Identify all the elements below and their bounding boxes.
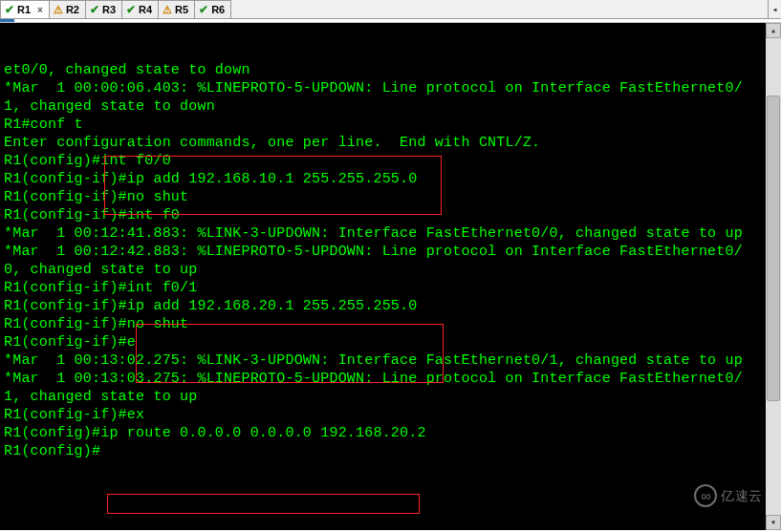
tab-r1[interactable]: ✔R1× bbox=[0, 0, 50, 18]
watermark-icon bbox=[694, 484, 717, 507]
terminal-line: R1(config-if)#ip add 192.168.10.1 255.25… bbox=[4, 170, 760, 188]
terminal-line: R1(config-if)#ex bbox=[4, 406, 760, 424]
terminal-line: *Mar 1 00:13:03.275: %LINEPROTO-5-UPDOWN… bbox=[4, 370, 760, 406]
tab-scroll-left[interactable]: ◂ bbox=[768, 0, 781, 18]
tab-label: R3 bbox=[102, 4, 116, 15]
scroll-track[interactable] bbox=[766, 38, 781, 515]
tab-bar: ✔R1×⚠R2✔R3✔R4⚠R5✔R6 ◂ bbox=[0, 0, 781, 19]
tab-label: R4 bbox=[139, 4, 152, 15]
terminal-line: R1(config-if)#no shut bbox=[4, 315, 760, 333]
tab-label: R1 bbox=[17, 4, 31, 15]
watermark: 亿速云 bbox=[694, 484, 762, 507]
warning-icon: ⚠ bbox=[163, 5, 172, 15]
scroll-up-button[interactable]: ▴ bbox=[766, 23, 781, 38]
highlight-box bbox=[107, 494, 420, 514]
terminal-line: R1(config-if)#int f0/1 bbox=[4, 279, 760, 297]
terminal-line: R1(config-if)#no shut bbox=[4, 188, 760, 206]
terminal-line: *Mar 1 00:12:41.883: %LINK-3-UPDOWN: Int… bbox=[4, 224, 760, 243]
terminal-line: R1(config-if)#e bbox=[4, 333, 760, 351]
terminal-line: Enter configuration commands, one per li… bbox=[4, 134, 760, 152]
close-icon[interactable]: × bbox=[37, 5, 43, 15]
terminal-line: R1(config-if)#ip add 192.168.20.1 255.25… bbox=[4, 297, 760, 315]
warning-icon: ⚠ bbox=[54, 5, 63, 15]
tab-label: R6 bbox=[211, 4, 225, 15]
scroll-down-button[interactable]: ▾ bbox=[766, 515, 781, 530]
terminal-line: *Mar 1 00:13:02.275: %LINK-3-UPDOWN: Int… bbox=[4, 351, 760, 370]
check-icon: ✔ bbox=[5, 4, 14, 15]
tab-label: R5 bbox=[175, 4, 188, 15]
tab-label: R2 bbox=[66, 4, 79, 15]
terminal-line: R1(config)#ip route 0.0.0.0 0.0.0.0 192.… bbox=[4, 424, 760, 442]
terminal-line: *Mar 1 00:00:06.403: %LINEPROTO-5-UPDOWN… bbox=[4, 79, 760, 116]
terminal-line: R1(config)# bbox=[4, 442, 760, 460]
check-icon: ✔ bbox=[90, 4, 99, 15]
scroll-thumb[interactable] bbox=[767, 96, 780, 401]
watermark-text: 亿速云 bbox=[721, 487, 762, 505]
terminal-line: *Mar 1 00:12:42.883: %LINEPROTO-5-UPDOWN… bbox=[4, 243, 760, 279]
terminal-line: et0/0, changed state to down bbox=[4, 61, 760, 79]
terminal-line: R1#conf t bbox=[4, 116, 760, 134]
tab-r3[interactable]: ✔R3 bbox=[85, 0, 122, 18]
terminal-content: et0/0, changed state to down*Mar 1 00:00… bbox=[4, 61, 777, 460]
check-icon: ✔ bbox=[199, 4, 208, 15]
tab-r5[interactable]: ⚠R5 bbox=[158, 0, 195, 18]
scrollbar-vertical[interactable]: ▴ ▾ bbox=[766, 23, 781, 530]
tab-r6[interactable]: ✔R6 bbox=[194, 0, 231, 18]
terminal-line: R1(config-if)#int f0 bbox=[4, 206, 760, 224]
check-icon: ✔ bbox=[126, 4, 136, 15]
tab-r2[interactable]: ⚠R2 bbox=[49, 0, 86, 18]
terminal-line: R1(config)#int f0/0 bbox=[4, 152, 760, 170]
terminal-viewport[interactable]: et0/0, changed state to down*Mar 1 00:00… bbox=[0, 23, 781, 530]
tab-r4[interactable]: ✔R4 bbox=[121, 0, 159, 18]
